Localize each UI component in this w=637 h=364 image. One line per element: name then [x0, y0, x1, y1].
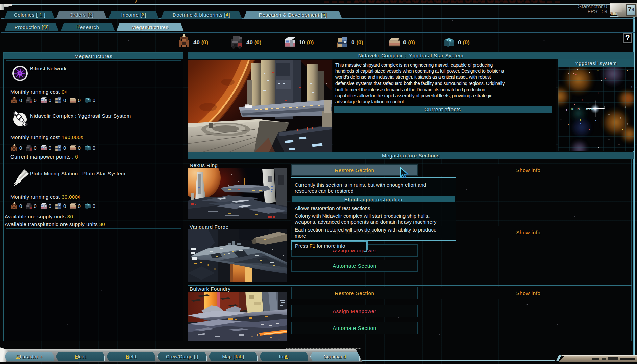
svg-text:BETA DRAGO: BETA DRAGO [571, 108, 596, 111]
